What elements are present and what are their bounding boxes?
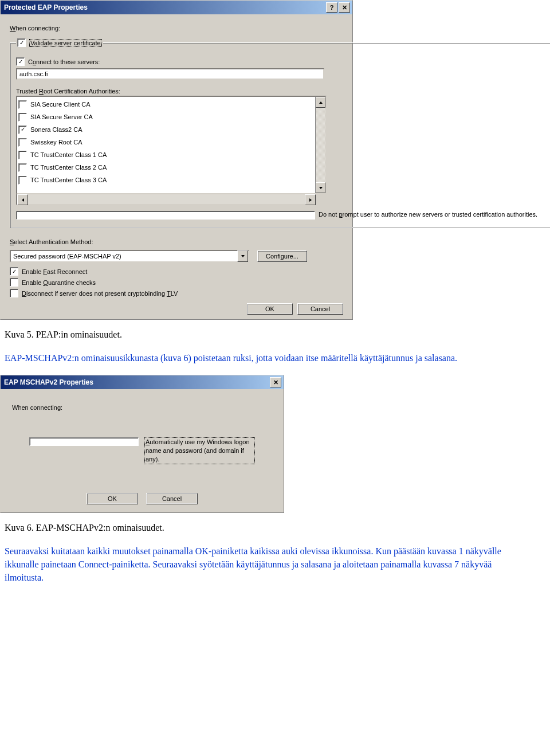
vertical-scrollbar[interactable] xyxy=(315,97,325,193)
quarantine-label: Enable Quarantine checks xyxy=(22,279,96,286)
doc-paragraph-1: EAP-MSCHAPv2:n ominaisuusikkunasta (kuva… xyxy=(5,351,520,365)
chevron-down-icon xyxy=(241,254,245,258)
servers-input[interactable]: auth.csc.fi xyxy=(16,68,324,80)
close-button[interactable]: ✕ xyxy=(339,2,350,13)
ca-label: TC TrustCenter Class 3 CA xyxy=(30,177,107,183)
ca-label: Sonera Class2 CA xyxy=(30,126,82,133)
validate-cert-checkbox[interactable]: ✓ xyxy=(17,38,26,47)
svg-marker-4 xyxy=(241,255,245,257)
svg-marker-1 xyxy=(319,187,323,189)
chevron-up-icon xyxy=(319,100,323,105)
svg-marker-2 xyxy=(22,198,24,202)
fast-reconnect-checkbox[interactable]: ✓ xyxy=(10,267,18,276)
chevron-right-icon xyxy=(308,198,313,202)
help-icon: ? xyxy=(330,4,334,11)
auto-logon-checkbox[interactable] xyxy=(29,437,139,446)
when-connecting-label: When connecting: xyxy=(10,25,343,32)
auto-logon-label: Automatically use my Windows logon name … xyxy=(144,437,255,464)
protected-eap-dialog: Protected EAP Properties ? ✕ When connec… xyxy=(0,0,353,320)
no-prompt-checkbox[interactable] xyxy=(16,211,315,220)
quarantine-checkbox[interactable] xyxy=(10,278,18,287)
ca-checkbox[interactable] xyxy=(18,176,27,185)
fast-reconnect-label: Enable Fast Reconnect xyxy=(22,268,87,275)
list-item[interactable]: SIA Secure Client CA xyxy=(18,98,314,111)
document-text: Kuva 5. PEAP:in ominaisuudet. EAP-MSCHAP… xyxy=(5,328,520,365)
titlebar[interactable]: EAP MSCHAPv2 Properties ✕ xyxy=(1,375,284,389)
figure-caption-5: Kuva 5. PEAP:in ominaisuudet. xyxy=(5,328,520,341)
when-connecting-label: When connecting: xyxy=(12,404,272,411)
ca-checkbox[interactable] xyxy=(18,151,27,159)
close-icon: ✕ xyxy=(342,4,347,11)
cryptobinding-label: Disconnect if server does not present cr… xyxy=(22,290,178,297)
svg-marker-3 xyxy=(309,198,312,202)
configure-button[interactable]: Configure... xyxy=(257,250,307,262)
svg-marker-0 xyxy=(319,101,323,104)
scroll-down-button[interactable] xyxy=(316,182,325,193)
help-button[interactable]: ? xyxy=(326,2,337,13)
figure-caption-6: Kuva 6. EAP-MSCHAPv2:n ominaisuudet. xyxy=(5,521,520,534)
ca-checkbox[interactable] xyxy=(18,138,27,147)
scrollbar-corner xyxy=(316,194,325,204)
list-item[interactable]: SIA Secure Server CA xyxy=(18,111,314,123)
close-icon: ✕ xyxy=(273,379,278,386)
trusted-ca-listbox[interactable]: SIA Secure Client CA SIA Secure Server C… xyxy=(16,96,327,194)
close-button[interactable]: ✕ xyxy=(270,377,281,387)
ca-checkbox[interactable]: ✓ xyxy=(18,126,27,134)
list-item[interactable]: Swisskey Root CA xyxy=(18,136,314,148)
auth-method-label: Select Authentication Method: xyxy=(10,238,343,245)
doc-paragraph-2: Seuraavaksi kuitataan kaikki muutokset p… xyxy=(5,545,520,585)
cancel-button[interactable]: Cancel xyxy=(297,303,343,315)
connect-servers-label: Connect to these servers: xyxy=(28,58,100,65)
dialog-title: Protected EAP Properties xyxy=(3,3,88,11)
scroll-track-h[interactable] xyxy=(28,194,305,204)
ok-button[interactable]: OK xyxy=(87,493,138,504)
ca-label: TC TrustCenter Class 2 CA xyxy=(30,164,107,171)
auth-method-combo[interactable]: Secured password (EAP-MSCHAP v2) xyxy=(10,250,249,263)
combo-dropdown-button[interactable] xyxy=(237,250,248,262)
scroll-right-button[interactable] xyxy=(305,194,316,205)
no-prompt-label: Do not prompt user to authorize new serv… xyxy=(319,211,550,218)
document-text-2: Kuva 6. EAP-MSCHAPv2:n ominaisuudet. Seu… xyxy=(5,521,520,585)
eap-mschapv2-dialog: EAP MSCHAPv2 Properties ✕ When connectin… xyxy=(0,375,284,513)
ca-label: SIA Secure Client CA xyxy=(30,101,91,108)
chevron-left-icon xyxy=(21,198,25,202)
list-item[interactable]: ✓Sonera Class2 CA xyxy=(18,123,314,136)
cryptobinding-checkbox[interactable] xyxy=(10,289,18,297)
titlebar[interactable]: Protected EAP Properties ? ✕ xyxy=(1,1,352,14)
validate-cert-label: Validate server certificate xyxy=(29,39,102,47)
scroll-track[interactable] xyxy=(316,108,325,182)
servers-value: auth.csc.fi xyxy=(19,70,48,77)
ca-label: SIA Secure Server CA xyxy=(30,113,93,120)
validate-server-group: ✓ Validate server certificate ✓ Connect … xyxy=(10,36,550,228)
list-item[interactable]: TC TrustCenter Class 2 CA xyxy=(18,161,314,174)
scroll-up-button[interactable] xyxy=(316,97,325,108)
ca-label: TC TrustCenter Class 1 CA xyxy=(30,151,107,158)
chevron-down-icon xyxy=(319,186,323,190)
list-item[interactable]: TC TrustCenter Class 3 CA xyxy=(18,174,314,186)
ca-checkbox[interactable] xyxy=(18,100,27,109)
auth-method-value: Secured password (EAP-MSCHAP v2) xyxy=(13,253,121,260)
cancel-button[interactable]: Cancel xyxy=(146,493,198,504)
ca-label: Swisskey Root CA xyxy=(30,139,82,146)
dialog-title: EAP MSCHAPv2 Properties xyxy=(3,378,93,386)
ca-checkbox[interactable] xyxy=(18,163,27,172)
ca-checkbox[interactable] xyxy=(18,113,27,122)
list-item[interactable]: TC TrustCenter Class 1 CA xyxy=(18,148,314,161)
horizontal-scrollbar[interactable] xyxy=(16,194,327,205)
trca-label: Trusted Root Certification Authorities: xyxy=(16,88,550,95)
connect-servers-checkbox[interactable]: ✓ xyxy=(16,57,25,66)
scroll-left-button[interactable] xyxy=(17,194,28,205)
ok-button[interactable]: OK xyxy=(247,303,293,315)
